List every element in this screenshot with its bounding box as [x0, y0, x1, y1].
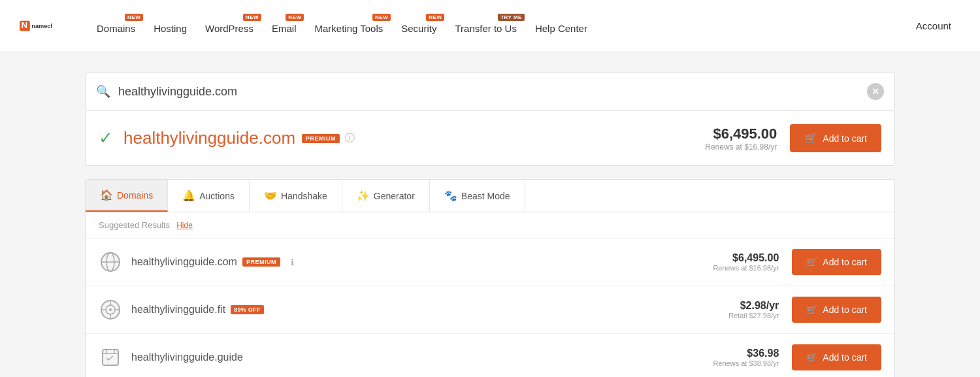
table-row: healthylivingguide.fit89% OFF$2.98/yrRet…	[86, 286, 894, 334]
premium-result-row: ✓ healthylivingguide.com PREMIUM ⓘ $6,49…	[85, 111, 895, 166]
table-row: healthylivingguide.guide$36.98Renews at …	[86, 334, 894, 377]
tab-icon-generator: ✨	[357, 189, 370, 202]
results-container: Suggested Results Hide healthylivingguid…	[85, 212, 895, 377]
result-info-icon-com[interactable]: ℹ	[291, 257, 294, 267]
hide-results-button[interactable]: Hide	[176, 221, 193, 230]
result-price-sub-com: Renews at $16.98/yr	[713, 264, 779, 272]
result-domain-com: healthylivingguide.comPREMIUMℹ	[131, 256, 713, 268]
result-price-sub-fit: Retail $27.98/yr	[728, 312, 779, 320]
tab-beast-mode[interactable]: 🐾Beast Mode	[430, 180, 525, 212]
nav-badge-email: NEW	[286, 14, 304, 21]
tab-handshake[interactable]: 🤝Handshake	[250, 180, 342, 212]
cart-icon-guide: 🛒	[806, 352, 817, 363]
premium-add-to-cart-button[interactable]: 🛒 Add to cart	[790, 124, 881, 152]
suggested-results-label: Suggested Results	[99, 220, 170, 230]
result-price-main-com: $6,495.00	[713, 252, 779, 264]
table-row: healthylivingguide.comPREMIUMℹ$6,495.00R…	[86, 238, 894, 286]
result-price-fit: $2.98/yrRetail $27.98/yr	[728, 300, 779, 320]
nav-label-marketing: Marketing Tools	[314, 23, 383, 34]
domain-icon-guide	[99, 346, 122, 369]
nav-item-marketing[interactable]: NEWMarketing Tools	[305, 12, 392, 39]
result-domain-name-fit: healthylivingguide.fit	[131, 304, 225, 316]
premium-add-to-cart-label: Add to cart	[823, 133, 867, 144]
domain-icon-com	[99, 250, 122, 274]
tab-label-handshake: Handshake	[281, 191, 327, 201]
search-icon: 🔍	[96, 84, 110, 99]
tab-label-beast-mode: Beast Mode	[461, 191, 510, 201]
tab-icon-handshake: 🤝	[264, 189, 277, 202]
nav-badge-wordpress: NEW	[243, 14, 261, 21]
result-domain-fit: healthylivingguide.fit89% OFF	[131, 304, 728, 316]
premium-price-wrap: $6,495.00 Renews at $16.98/yr	[705, 125, 777, 152]
nav-label-hosting: Hosting	[154, 23, 187, 34]
cart-icon-fit: 🛒	[806, 304, 817, 315]
tab-label-generator: Generator	[374, 191, 415, 201]
premium-badge: PREMIUM	[302, 134, 340, 143]
result-price-sub-guide: Renews at $38.98/yr	[713, 359, 779, 367]
tab-domains[interactable]: 🏠Domains	[86, 180, 168, 212]
tab-icon-domains: 🏠	[100, 189, 113, 201]
svg-text:N: N	[22, 20, 28, 30]
result-domain-name-guide: healthylivingguide.guide	[131, 352, 243, 363]
tab-icon-beast-mode: 🐾	[444, 189, 457, 202]
add-to-cart-button-fit[interactable]: 🛒 Add to cart	[792, 297, 881, 323]
nav-item-transfer[interactable]: TRY METransfer to Us	[446, 12, 525, 39]
result-badge-com: PREMIUM	[242, 257, 280, 267]
nav-label-wordpress: WordPress	[205, 23, 253, 34]
nav-item-email[interactable]: NEWEmail	[263, 12, 306, 39]
add-to-cart-label-fit: Add to cart	[823, 304, 867, 315]
cart-icon: 🛒	[804, 132, 817, 144]
nav-item-wordpress[interactable]: NEWWordPress	[196, 12, 263, 39]
clear-search-button[interactable]: ✕	[867, 83, 884, 100]
nav-item-security[interactable]: NEWSecurity	[392, 12, 446, 39]
nav-label-email: Email	[272, 23, 297, 34]
checkmark-icon: ✓	[99, 128, 113, 148]
info-icon[interactable]: ⓘ	[345, 132, 355, 144]
account-button[interactable]: Account	[907, 15, 960, 37]
add-to-cart-label-guide: Add to cart	[823, 352, 867, 363]
result-domain-name-com: healthylivingguide.com	[131, 256, 237, 268]
nav-label-help: Help Center	[535, 23, 587, 34]
search-box: 🔍 ✕	[85, 72, 895, 111]
nav-item-hosting[interactable]: Hosting	[144, 12, 196, 39]
svg-point-8	[109, 308, 112, 311]
svg-rect-13	[103, 350, 118, 365]
cart-icon-com: 🛒	[806, 257, 817, 267]
tab-auctions[interactable]: 🔔Auctions	[168, 180, 250, 212]
svg-text:namecheap: namecheap	[31, 23, 52, 29]
nav-badge-domains: NEW	[125, 14, 143, 21]
premium-price: $6,495.00	[705, 125, 777, 142]
result-domain-guide: healthylivingguide.guide	[131, 352, 713, 363]
main-content: 🔍 ✕ ✓ healthylivingguide.com PREMIUM ⓘ $…	[65, 52, 915, 377]
nav-label-transfer: Transfer to Us	[455, 23, 516, 34]
tabs-bar: 🏠Domains🔔Auctions🤝Handshake✨Generator🐾Be…	[85, 179, 895, 212]
nav-badge-transfer: TRY ME	[498, 14, 525, 21]
header: N namecheap NEWDomainsHostingNEWWordPres…	[0, 0, 980, 52]
result-price-main-guide: $36.98	[713, 348, 779, 359]
result-price-main-fit: $2.98/yr	[728, 300, 779, 312]
search-input[interactable]	[118, 85, 867, 99]
tab-label-domains: Domains	[117, 190, 153, 201]
results-header: Suggested Results Hide	[86, 212, 894, 238]
add-to-cart-button-guide[interactable]: 🛒 Add to cart	[792, 344, 881, 370]
logo[interactable]: N namecheap	[20, 10, 55, 42]
nav-badge-security: NEW	[426, 14, 444, 21]
premium-domain-name: healthylivingguide.com	[123, 128, 295, 148]
result-badge-fit: 89% OFF	[231, 305, 264, 314]
domain-icon-fit	[99, 298, 122, 321]
nav-item-domains[interactable]: NEWDomains	[88, 12, 144, 39]
main-nav: NEWDomainsHostingNEWWordPressNEWEmailNEW…	[88, 12, 887, 39]
premium-renew: Renews at $16.98/yr	[705, 142, 777, 152]
header-right: Account	[907, 15, 960, 37]
tab-label-auctions: Auctions	[199, 191, 235, 201]
tab-generator[interactable]: ✨Generator	[342, 180, 430, 212]
nav-label-security: Security	[401, 23, 436, 34]
tab-icon-auctions: 🔔	[182, 189, 195, 202]
add-to-cart-button-com[interactable]: 🛒 Add to cart	[792, 249, 881, 275]
nav-item-help[interactable]: Help Center	[526, 12, 596, 39]
result-price-guide: $36.98Renews at $38.98/yr	[713, 348, 779, 367]
nav-badge-marketing: NEW	[372, 14, 391, 21]
result-price-com: $6,495.00Renews at $16.98/yr	[713, 252, 779, 272]
nav-label-domains: Domains	[97, 23, 135, 34]
add-to-cart-label-com: Add to cart	[823, 257, 867, 267]
